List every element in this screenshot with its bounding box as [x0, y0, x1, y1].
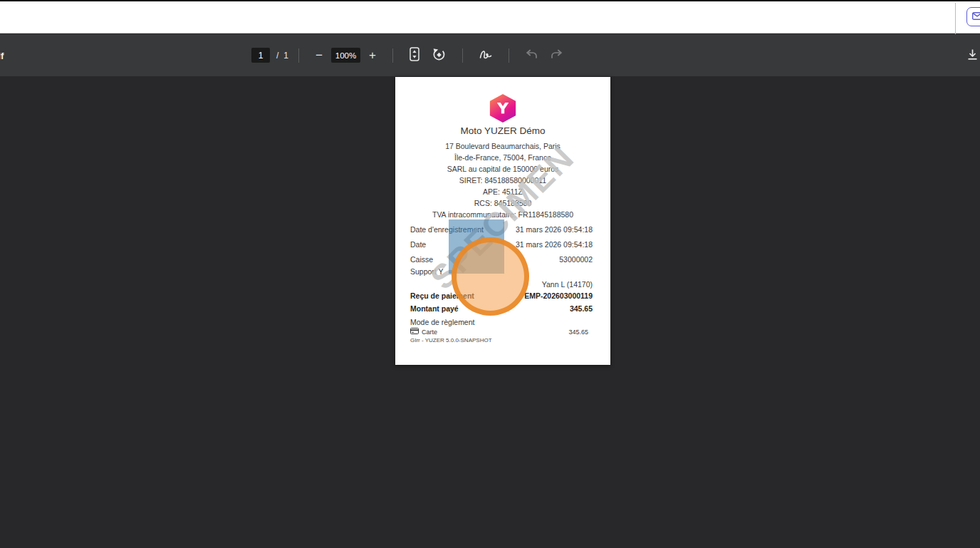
address-line: Île-de-France, 75004, France [395, 152, 610, 163]
zoom-out-button[interactable]: − [309, 43, 329, 68]
zoom-in-button[interactable]: + [363, 43, 382, 68]
mail-button[interactable] [966, 7, 980, 26]
receipt-footer: GIrr - YUZER 5.0.0-SNAPSHOT [410, 337, 492, 343]
row-value: Yann L (14170) [542, 280, 593, 289]
mail-icon [972, 11, 980, 22]
annotate-button[interactable] [473, 43, 499, 68]
merchant-name: Moto YUZER Démo [395, 125, 610, 136]
toolbar-separator [298, 48, 299, 63]
row-value: 53000002 [559, 255, 593, 264]
redo-button[interactable] [544, 43, 569, 68]
fit-page-button[interactable] [403, 43, 426, 68]
fit-page-icon [410, 47, 419, 63]
pdf-toolbar-controls: / 1 − 100% + [251, 34, 569, 76]
address-line: SARL au capital de 150000 euros [395, 163, 610, 175]
address-line: APE: 4511Z [395, 186, 610, 197]
payment-method-label: Carte [422, 329, 437, 336]
row-label: Date [410, 240, 426, 249]
rotate-button[interactable] [426, 43, 452, 68]
row-value: 345.65 [570, 304, 593, 313]
address-line: SIRET: 845188580000011 [395, 175, 610, 186]
plus-icon: + [369, 49, 376, 61]
row-value: 31 mars 2026 09:54:18 [516, 240, 593, 249]
merchant-address-block: 17 Boulevard Beaumarchais, Paris Île-de-… [395, 140, 610, 220]
redo-icon [551, 49, 563, 61]
card-icon [410, 328, 419, 336]
page-number-input[interactable] [251, 48, 270, 63]
minus-icon: − [316, 49, 323, 61]
payment-method: Carte [410, 328, 437, 336]
row-value: 31 mars 2026 09:54:18 [516, 225, 593, 234]
receipt-page: Moto YUZER Démo 17 Boulevard Beaumarchai… [395, 77, 610, 365]
download-button[interactable] [964, 46, 980, 66]
topbar-divider [955, 3, 956, 35]
page-total: 1 [283, 51, 288, 61]
toolbar-separator [392, 48, 393, 63]
orange-circle-overlay [452, 237, 529, 316]
payment-section-label: Mode de règlement [410, 318, 593, 326]
address-line: TVA intracommunautaire: FR11845188580 [395, 209, 610, 220]
annotate-icon [479, 49, 492, 62]
download-icon [966, 52, 979, 63]
toolbar-separator [509, 48, 509, 63]
address-line: 17 Boulevard Beaumarchais, Paris [395, 140, 610, 152]
browser-top-bar [0, 1, 980, 33]
undo-button[interactable] [519, 43, 544, 68]
logo-y-glyph [497, 103, 509, 114]
pdf-toolbar: df / 1 − 100% + [0, 34, 980, 76]
address-line: RCS: 845188580 [395, 197, 610, 209]
zoom-level: 100% [331, 48, 360, 63]
payment-method-row: Carte 345.65 [410, 328, 588, 336]
payment-amount: 345.65 [568, 329, 588, 336]
row-value: EMP-202603000119 [524, 291, 593, 300]
document-filename: df [0, 50, 4, 61]
row-label: Caisse [410, 255, 433, 264]
undo-icon [526, 49, 538, 61]
rotate-icon [432, 48, 446, 63]
pdf-viewer-canvas[interactable]: Moto YUZER Démo 17 Boulevard Beaumarchai… [0, 76, 980, 548]
page-separator: / [276, 51, 278, 61]
row-label: Support Y [410, 267, 444, 276]
toolbar-separator [462, 48, 463, 63]
row-label: Montant payé [410, 304, 459, 313]
merchant-logo-icon [490, 94, 516, 123]
